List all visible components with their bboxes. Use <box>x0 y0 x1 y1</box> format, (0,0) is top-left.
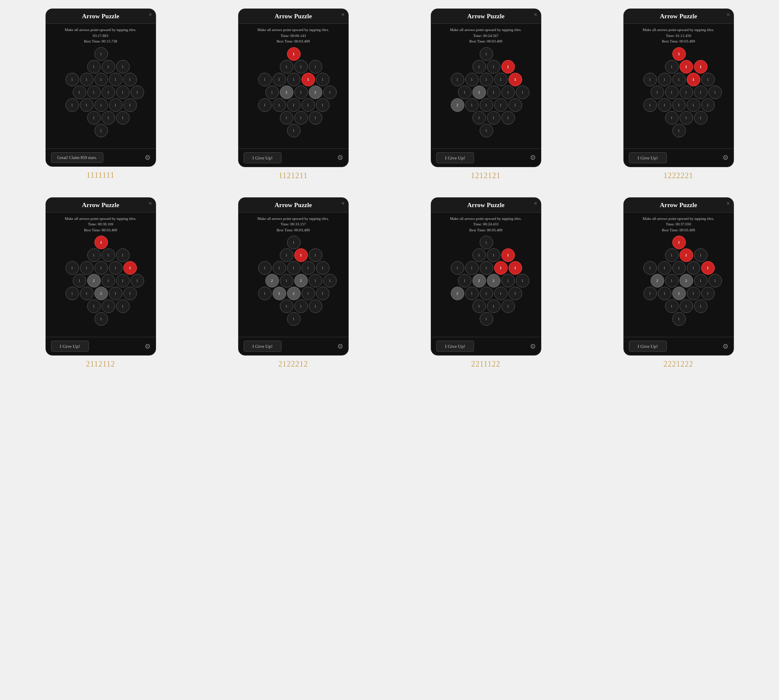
hex-tile-5-0[interactable]: 1 <box>287 236 301 249</box>
hex-tile-2-18[interactable]: 1 <box>509 98 522 112</box>
hex-tile-5-4[interactable]: 1 <box>258 261 272 275</box>
hex-tile-0-5[interactable]: 1 <box>80 73 94 86</box>
hex-tile-1-9[interactable]: 1 <box>265 85 279 99</box>
hex-tile-1-11[interactable]: 1 <box>294 85 308 99</box>
hex-tile-3-20[interactable]: 1 <box>679 111 693 125</box>
hex-tile-4-7[interactable]: 1 <box>109 261 122 275</box>
hex-tile-7-19[interactable]: 1 <box>665 299 679 313</box>
hex-tile-0-21[interactable]: 1 <box>116 111 130 125</box>
hex-tile-6-15[interactable]: 1 <box>465 287 479 300</box>
hex-tile-0-19[interactable]: 1 <box>87 111 101 125</box>
hex-tile-1-12[interactable]: 2 <box>309 85 322 99</box>
settings-icon-3[interactable]: ⚙ <box>722 154 728 162</box>
hex-tile-2-3[interactable]: 1 <box>501 60 515 74</box>
hex-tile-1-7[interactable]: 1 <box>301 73 315 86</box>
settings-icon-0[interactable]: ⚙ <box>145 154 151 162</box>
hex-tile-5-2[interactable]: 1 <box>294 248 308 262</box>
close-button-1[interactable]: × <box>341 11 345 18</box>
hex-tile-0-0[interactable]: 1 <box>94 47 108 61</box>
give-up-button-5[interactable]: I Give Up! <box>244 341 282 352</box>
settings-icon-1[interactable]: ⚙ <box>337 154 343 162</box>
settings-icon-4[interactable]: ⚙ <box>145 342 151 350</box>
hex-tile-7-5[interactable]: 1 <box>658 261 671 275</box>
hex-tile-1-1[interactable]: 1 <box>280 60 293 74</box>
hex-tile-4-3[interactable]: 1 <box>116 248 130 262</box>
hex-tile-3-9[interactable]: 1 <box>651 85 664 99</box>
hex-tile-7-14[interactable]: 1 <box>643 287 657 300</box>
hex-tile-6-7[interactable]: 1 <box>494 261 508 275</box>
hex-tile-4-12[interactable]: 1 <box>116 274 130 287</box>
hex-tile-1-16[interactable]: 1 <box>287 98 301 112</box>
hex-tile-4-5[interactable]: 1 <box>80 261 94 275</box>
close-button-5[interactable]: × <box>341 200 345 207</box>
hex-tile-3-16[interactable]: 1 <box>672 98 686 112</box>
hex-tile-2-6[interactable]: 1 <box>480 73 493 86</box>
hex-tile-5-22[interactable]: 1 <box>287 312 301 326</box>
hex-tile-6-6[interactable]: 1 <box>480 261 493 275</box>
hex-tile-3-2[interactable]: 1 <box>679 60 693 74</box>
hex-tile-1-0[interactable]: 1 <box>287 47 301 61</box>
hex-tile-6-8[interactable]: 1 <box>509 261 522 275</box>
hex-tile-0-10[interactable]: 1 <box>87 85 101 99</box>
close-button-2[interactable]: × <box>534 11 537 18</box>
settings-icon-2[interactable]: ⚙ <box>530 154 536 162</box>
hex-tile-5-5[interactable]: 1 <box>273 261 286 275</box>
hex-tile-4-2[interactable]: 1 <box>102 248 115 262</box>
hex-tile-1-15[interactable]: 1 <box>273 98 286 112</box>
hex-tile-2-20[interactable]: 1 <box>487 111 500 125</box>
close-button-4[interactable]: × <box>149 200 152 207</box>
hex-tile-7-16[interactable]: 2 <box>672 287 686 300</box>
hex-tile-4-18[interactable]: 1 <box>123 287 137 300</box>
hex-tile-7-3[interactable]: 1 <box>694 248 708 262</box>
hex-tile-3-6[interactable]: 1 <box>672 73 686 86</box>
hex-tile-3-12[interactable]: 1 <box>694 85 708 99</box>
hex-tile-1-17[interactable]: 1 <box>301 98 315 112</box>
hex-tile-4-13[interactable]: 1 <box>131 274 144 287</box>
hex-tile-6-13[interactable]: 1 <box>516 274 529 287</box>
hex-tile-3-8[interactable]: 1 <box>701 73 715 86</box>
hex-tile-1-2[interactable]: 1 <box>294 60 308 74</box>
hex-tile-3-7[interactable]: 1 <box>687 73 700 86</box>
hex-tile-4-9[interactable]: 1 <box>73 274 86 287</box>
hex-tile-6-0[interactable]: 1 <box>480 236 493 249</box>
hex-tile-4-21[interactable]: 1 <box>116 299 130 313</box>
hex-tile-3-22[interactable]: 1 <box>672 124 686 137</box>
hex-tile-5-19[interactable]: 1 <box>280 299 293 313</box>
hex-tile-5-9[interactable]: 2 <box>265 274 279 287</box>
hex-tile-1-10[interactable]: 2 <box>280 85 293 99</box>
hex-tile-6-3[interactable]: 1 <box>501 248 515 262</box>
hex-tile-1-14[interactable]: 1 <box>258 98 272 112</box>
hex-tile-1-19[interactable]: 1 <box>280 111 293 125</box>
hex-tile-3-5[interactable]: 1 <box>658 73 671 86</box>
hex-tile-0-15[interactable]: 1 <box>80 98 94 112</box>
hex-tile-2-2[interactable]: 1 <box>487 60 500 74</box>
hex-tile-3-13[interactable]: 1 <box>708 85 722 99</box>
hex-tile-3-21[interactable]: 1 <box>694 111 708 125</box>
hex-tile-2-22[interactable]: 1 <box>480 124 493 137</box>
hex-tile-1-13[interactable]: 1 <box>323 85 337 99</box>
hex-tile-6-10[interactable]: 2 <box>472 274 486 287</box>
settings-icon-6[interactable]: ⚙ <box>530 342 536 350</box>
give-up-button-1[interactable]: I Give Up! <box>244 152 282 163</box>
settings-icon-7[interactable]: ⚙ <box>722 342 728 350</box>
hex-tile-5-14[interactable]: 1 <box>258 287 272 300</box>
hex-tile-6-18[interactable]: 1 <box>509 287 522 300</box>
hex-tile-0-17[interactable]: 1 <box>109 98 122 112</box>
close-button-6[interactable]: × <box>534 200 537 207</box>
hex-tile-5-7[interactable]: 1 <box>301 261 315 275</box>
hex-tile-2-19[interactable]: 1 <box>472 111 486 125</box>
hex-tile-7-11[interactable]: 2 <box>679 274 693 287</box>
give-up-button-2[interactable]: I Give Up! <box>436 152 475 163</box>
hex-tile-6-1[interactable]: 1 <box>472 248 486 262</box>
hex-tile-1-4[interactable]: 1 <box>258 73 272 86</box>
hex-tile-7-4[interactable]: 1 <box>643 261 657 275</box>
hex-tile-1-22[interactable]: 1 <box>287 124 301 137</box>
hex-tile-4-20[interactable]: 1 <box>102 299 115 313</box>
hex-tile-2-11[interactable]: 1 <box>487 85 500 99</box>
hex-tile-7-10[interactable]: 1 <box>665 274 679 287</box>
hex-tile-5-8[interactable]: 1 <box>316 261 330 275</box>
hex-tile-5-21[interactable]: 1 <box>309 299 322 313</box>
close-button-7[interactable]: × <box>727 200 730 207</box>
hex-tile-3-11[interactable]: 1 <box>679 85 693 99</box>
hex-tile-0-22[interactable]: 1 <box>94 124 108 137</box>
